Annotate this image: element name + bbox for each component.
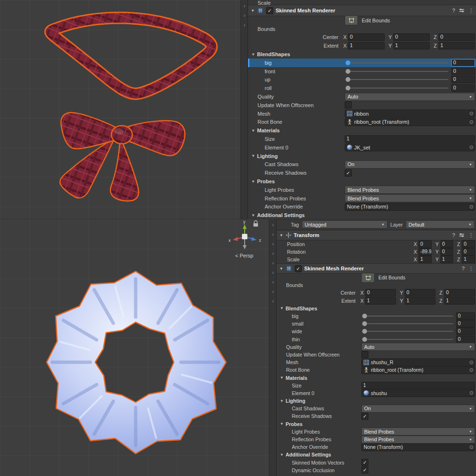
extent-x-field[interactable]: 1 — [348, 42, 385, 50]
presets-icon[interactable] — [459, 232, 465, 238]
blendshape-value-field[interactable]: 0 — [451, 76, 475, 83]
scale-x-field[interactable]: 1 — [418, 256, 432, 263]
light-probes-dropdown[interactable]: Blend Probes ▼ — [361, 427, 475, 436]
slider-handle[interactable] — [362, 321, 367, 326]
update-when-offscreen-checkbox[interactable] — [345, 101, 352, 109]
edit-bounds-button[interactable] — [361, 273, 375, 283]
root-bone-object-field[interactable]: ribbon_root (Transform) ⊙ — [361, 366, 475, 374]
gizmo-x-cone[interactable] — [233, 237, 238, 241]
foldout-icon[interactable]: ▼ — [279, 233, 283, 238]
materials-size-field[interactable]: 1 — [361, 382, 475, 389]
scale-y-field[interactable]: 1 — [440, 256, 454, 263]
probes-section-row[interactable]: ▼ Probes — [277, 420, 476, 428]
blendshape-row-wide[interactable]: wide 0 — [277, 327, 476, 335]
gizmo-z-cone[interactable] — [251, 237, 257, 241]
foldout-icon[interactable]: ▼ — [280, 453, 286, 457]
materials-size-field[interactable]: 1 — [345, 135, 475, 143]
blendshapes-section-row[interactable]: ▼ BlendShapes — [277, 305, 476, 312]
quality-dropdown[interactable]: Auto ▼ — [361, 343, 475, 351]
extent-z-field[interactable]: 1 — [438, 42, 475, 50]
gizmo-down-cone[interactable] — [243, 245, 247, 249]
position-y-field[interactable]: 0 — [440, 240, 454, 248]
rotation-y-field[interactable]: 0 — [440, 248, 454, 256]
blendshape-value-field[interactable]: 0 — [456, 312, 475, 320]
scene-view-bottom[interactable]: x z y < Persp — [0, 219, 269, 476]
hierarchy-foldout-chevron[interactable]: › — [272, 277, 274, 287]
lighting-section-row[interactable]: ▼ Lighting — [277, 397, 476, 405]
hierarchy-foldout-chevron[interactable]: › — [244, 1, 246, 10]
gizmo-center-cube[interactable] — [242, 234, 247, 239]
skinned-motion-vectors-checkbox[interactable]: ✓ — [361, 459, 368, 466]
edit-bounds-button[interactable] — [345, 15, 358, 25]
blendshape-value-field[interactable]: 0 — [451, 59, 475, 67]
element0-object-field[interactable]: shushu ⊙ — [361, 389, 475, 397]
additional-settings-section-row[interactable]: ▼ Additional Settings — [277, 451, 476, 458]
quality-dropdown[interactable]: Auto ▼ — [345, 93, 475, 101]
blendshape-slider[interactable] — [346, 76, 448, 83]
help-icon[interactable]: ? — [452, 232, 455, 238]
blendshape-slider[interactable] — [362, 320, 453, 327]
skinned-mesh-renderer-header[interactable]: ▼ ✓ Skinned Mesh Renderer ? ⋮ — [277, 263, 476, 274]
hierarchy-foldout-chevron[interactable]: › — [272, 287, 274, 296]
slider-handle[interactable] — [346, 60, 350, 65]
foldout-icon[interactable]: ▼ — [251, 154, 257, 158]
foldout-icon[interactable]: ▼ — [251, 129, 257, 133]
anchor-override-object-field[interactable]: None (Transform) ⊙ — [345, 203, 475, 211]
extent-y-field[interactable]: 1 — [393, 42, 430, 50]
hierarchy-foldout-chevron[interactable]: › — [272, 296, 274, 306]
dynamic-occlusion-checkbox[interactable]: ✓ — [361, 466, 368, 474]
materials-section-row[interactable]: ▼ Materials — [277, 374, 476, 381]
object-picker-icon[interactable]: ⊙ — [469, 390, 474, 396]
rotation-x-field[interactable]: -89.98 — [418, 248, 432, 256]
foldout-icon[interactable]: ▼ — [280, 376, 286, 380]
hierarchy-foldout-chevron[interactable]: › — [272, 268, 274, 277]
lighting-section-row[interactable]: ▼ Lighting — [248, 152, 476, 160]
blendshape-row-front[interactable]: front 0 — [248, 67, 476, 76]
layer-dropdown[interactable]: Default ▼ — [406, 220, 475, 228]
foldout-icon[interactable]: ▼ — [280, 306, 286, 310]
perspective-mode-label[interactable]: < Persp — [235, 253, 253, 258]
ribbon-loop[interactable] — [50, 18, 211, 94]
hierarchy-foldout-chevron[interactable]: › — [272, 248, 274, 258]
hierarchy-foldout-chevron[interactable]: › — [272, 258, 274, 268]
hierarchy-foldout-chevron[interactable]: › — [272, 239, 274, 248]
blendshape-value-field[interactable]: 0 — [456, 327, 475, 335]
gizmo-y-cone[interactable] — [243, 224, 247, 229]
foldout-icon[interactable]: ▼ — [280, 399, 286, 403]
scene-view-top[interactable] — [0, 0, 240, 219]
scale-z-field[interactable]: 1 — [462, 256, 475, 263]
foldout-icon[interactable]: ▼ — [251, 9, 255, 13]
position-x-field[interactable]: 0 — [418, 240, 432, 248]
foldout-icon[interactable]: ▼ — [280, 422, 286, 426]
additional-settings-section-row[interactable]: ▼ Additional Settings — [248, 211, 476, 219]
center-y-field[interactable]: 0 — [393, 33, 430, 41]
center-z-field[interactable]: 0 — [438, 33, 475, 41]
blendshape-value-field[interactable]: 0 — [456, 336, 475, 343]
blendshape-row-up[interactable]: up 0 — [248, 76, 476, 84]
component-enabled-checkbox[interactable]: ✓ — [266, 7, 273, 14]
object-picker-icon[interactable]: ⊙ — [469, 204, 474, 210]
object-picker-icon[interactable]: ⊙ — [469, 367, 474, 373]
bow-knot[interactable] — [111, 126, 132, 144]
hierarchy-foldout-chevron[interactable]: › — [272, 229, 274, 239]
probes-section-row[interactable]: ▼ Probes — [248, 177, 476, 186]
reflection-probes-dropdown[interactable]: Blend Probes ▼ — [345, 194, 475, 202]
center-z-field[interactable]: 0 — [444, 289, 475, 297]
root-bone-object-field[interactable]: ribbon_root (Transform) ⊙ — [345, 118, 475, 126]
blendshape-slider[interactable] — [362, 336, 453, 343]
blendshape-row-thin[interactable]: thin 0 — [277, 336, 476, 343]
lock-icon[interactable] — [253, 221, 258, 227]
receive-shadows-checkbox[interactable]: ✓ — [345, 169, 352, 177]
receive-shadows-checkbox[interactable]: ✓ — [361, 413, 368, 420]
blendshape-slider[interactable] — [362, 328, 453, 335]
blendshape-slider[interactable] — [346, 68, 448, 75]
mesh-object-field[interactable]: shushu_R ⊙ — [361, 358, 475, 367]
mesh-object-field[interactable]: ribbon ⊙ — [345, 109, 475, 118]
extent-z-field[interactable]: 1 — [444, 297, 475, 305]
foldout-icon[interactable]: ▼ — [251, 213, 257, 218]
scene-orientation-gizmo[interactable]: x z y — [228, 219, 264, 253]
cast-shadows-dropdown[interactable]: On ▼ — [345, 160, 475, 169]
blendshape-row-roll[interactable]: roll 0 — [248, 84, 476, 92]
position-z-field[interactable]: 0 — [462, 240, 475, 248]
slider-handle[interactable] — [362, 329, 367, 334]
